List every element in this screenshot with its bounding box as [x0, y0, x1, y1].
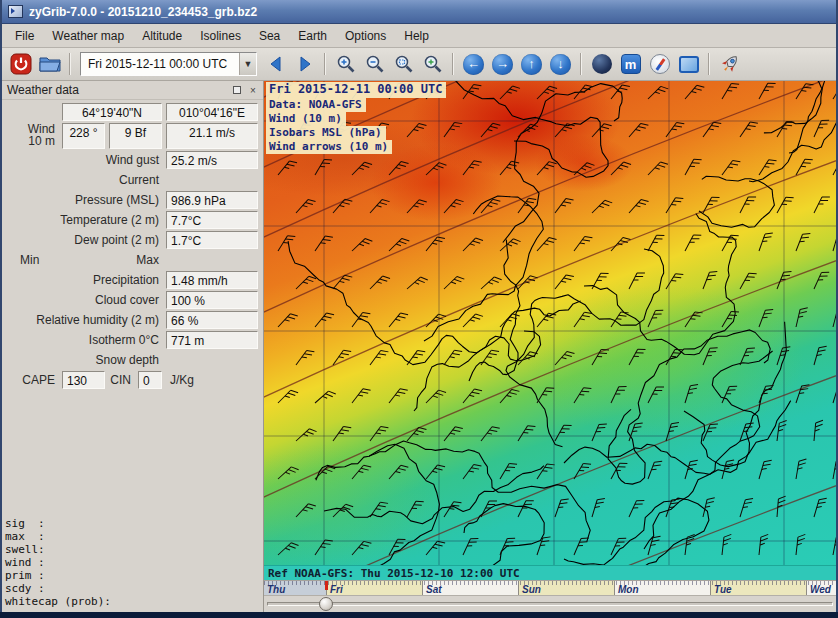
toolbar-separator [69, 53, 71, 75]
precipitation-value: 1.48 mm/h [166, 271, 258, 289]
next-timestep-button[interactable] [291, 51, 318, 78]
panel-header: Weather data × [2, 81, 263, 100]
folder-open-icon [39, 55, 61, 73]
legend-isobars: Isobars MSL (hPa) [266, 126, 386, 140]
zoom-in-button[interactable] [332, 51, 359, 78]
open-file-button[interactable] [36, 51, 63, 78]
slider-thumb[interactable] [319, 597, 333, 611]
grib-reference-bar: Ref NOAA-GFS: Thu 2015-12-10 12:00 UTC [264, 565, 836, 580]
day-label: Sat [426, 584, 442, 595]
timeline-day-wed[interactable]: Wed [806, 581, 836, 595]
timeline-day-thu[interactable]: Thu [264, 581, 326, 595]
timeline-day-sat[interactable]: Sat [422, 581, 518, 595]
weather-map[interactable]: Fri 2015-12-11 00:00 UTC Data: NOAA-GFS … [264, 81, 836, 565]
coordinates-row: 64°19'40"N 010°04'16"E [2, 102, 263, 122]
cloud-cover-value: 100 % [166, 291, 258, 309]
menu-isolines[interactable]: Isolines [191, 26, 250, 46]
zygrib-window: zyGrib-7.0.0 - 20151210_234453_grb.bz2 F… [0, 0, 838, 612]
min-label: Min [2, 250, 60, 270]
float-panel-button[interactable] [230, 83, 244, 97]
arrow-right-icon: → [492, 54, 513, 75]
zoom-select-button[interactable] [390, 51, 417, 78]
cape-label: CAPE [2, 370, 60, 390]
globe-button[interactable] [588, 51, 615, 78]
humidity-label: Relative humidity (2 m) [2, 310, 164, 330]
isotherm-label: Isotherm 0°C [2, 330, 164, 350]
compass-icon [650, 54, 670, 74]
menubar: File Weather map Altitude Isolines Sea E… [2, 24, 836, 48]
menu-earth[interactable]: Earth [289, 26, 336, 46]
compass-button[interactable] [646, 51, 673, 78]
cin-value: 0 [138, 371, 162, 389]
pressure-label: Pressure (MSL) [2, 190, 164, 210]
toolbar-separator [324, 53, 326, 75]
max-label: Max [107, 250, 164, 270]
menu-altitude[interactable]: Altitude [133, 26, 191, 46]
menu-sea[interactable]: Sea [250, 26, 289, 46]
main-area: Weather data × 64°19'40"N 010°04'16"E Wi… [2, 81, 836, 612]
sea-state-line: prim : [5, 569, 45, 582]
temperature-label: Temperature (2 m) [2, 210, 164, 230]
current-row: Current [2, 170, 263, 190]
close-panel-button[interactable]: × [246, 83, 260, 97]
cloud-cover-row: Cloud cover 100 % [2, 290, 263, 310]
day-label: Tue [714, 584, 732, 595]
timeline-day-mon[interactable]: Mon [614, 581, 710, 595]
menu-weather-map[interactable]: Weather map [43, 26, 133, 46]
prev-timestep-button[interactable] [262, 51, 289, 78]
zoom-out-button[interactable] [361, 51, 388, 78]
precipitation-label: Precipitation [2, 270, 164, 290]
day-label: Thu [267, 584, 285, 595]
pan-left-button[interactable]: ← [460, 51, 487, 78]
wind-row: Wind 10 m 228 ° 9 Bf 21.1 m/s [2, 122, 263, 150]
pan-up-button[interactable]: ↑ [518, 51, 545, 78]
zoom-select-icon [394, 54, 414, 74]
rocket-icon [719, 53, 741, 75]
date-selector[interactable]: Fri 2015-12-11 00:00 UTC ▼ [80, 52, 257, 76]
power-icon [10, 53, 32, 75]
wind-speed-value: 21.1 m/s [166, 123, 258, 149]
sea-state-line: whitecap (prob): [5, 595, 111, 608]
timeline[interactable]: Thu Fri Sat Sun Mon Tue Wed [264, 580, 836, 612]
day-label: Sun [522, 584, 541, 595]
legend-datetime: Fri 2015-12-11 00:00 UTC [266, 82, 446, 98]
humidity-value: 66 % [166, 311, 258, 329]
dew-point-value: 1.7°C [166, 231, 258, 249]
sea-state-line: scdy : [5, 582, 45, 595]
timeline-slider[interactable] [264, 596, 836, 612]
cloud-cover-label: Cloud cover [2, 290, 164, 310]
humidity-row: Relative humidity (2 m) 66 % [2, 310, 263, 330]
legend-wind: Wind (10 m) [266, 112, 346, 126]
menu-file[interactable]: File [6, 26, 43, 46]
zoom-fit-icon [423, 54, 443, 74]
pan-down-button[interactable]: ↓ [547, 51, 574, 78]
zoom-fit-button[interactable] [419, 51, 446, 78]
timeline-day-sun[interactable]: Sun [518, 581, 614, 595]
slider-groove[interactable] [267, 602, 833, 606]
sea-state-line: max : [5, 530, 45, 543]
day-label: Wed [810, 584, 831, 595]
grib-reference-text: Ref NOAA-GFS: Thu 2015-12-10 12:00 UTC [268, 567, 520, 580]
zoom-out-icon [365, 54, 385, 74]
display-options-button[interactable] [675, 51, 702, 78]
app-icon [8, 5, 23, 18]
sea-state-info: sig : max : swell: wind : prim : scdy : … [2, 517, 263, 612]
rocket-button[interactable] [716, 51, 743, 78]
exit-button[interactable] [7, 51, 34, 78]
dew-point-row: Dew point (2 m) 1.7°C [2, 230, 263, 250]
wind-gust-value: 25.2 m/s [166, 151, 258, 169]
wind-gust-label: Wind gust [2, 150, 164, 170]
minmax-row: Min Max [2, 250, 263, 270]
dew-point-label: Dew point (2 m) [2, 230, 164, 250]
titlebar[interactable]: zyGrib-7.0.0 - 20151210_234453_grb.bz2 [2, 0, 836, 24]
timeline-day-fri[interactable]: Fri [326, 581, 422, 595]
timeline-day-tue[interactable]: Tue [710, 581, 806, 595]
menu-help[interactable]: Help [395, 26, 438, 46]
meteotable-button[interactable]: m [617, 51, 644, 78]
isotherm-row: Isotherm 0°C 771 m [2, 330, 263, 350]
weather-data-panel: Weather data × 64°19'40"N 010°04'16"E Wi… [2, 81, 264, 612]
arrow-up-icon: ↑ [521, 54, 542, 75]
pan-right-button[interactable]: → [489, 51, 516, 78]
menu-options[interactable]: Options [336, 26, 395, 46]
pressure-row: Pressure (MSL) 986.9 hPa [2, 190, 263, 210]
